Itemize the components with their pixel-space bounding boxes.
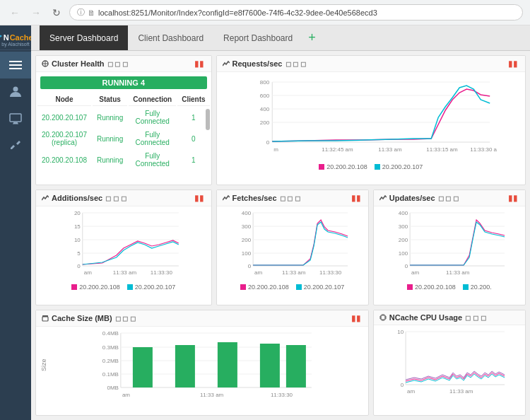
additions-pause-button[interactable]: ▮▮ — [193, 193, 206, 203]
cluster-health-header: Cluster Health ◻ ◻ ◻ ▮▮ — [36, 56, 211, 72]
reload-button[interactable]: ↻ — [49, 6, 64, 20]
tab-server-dashboard[interactable]: Server Dashboard — [40, 25, 128, 50]
requests-header: Requests/sec ◻ ◻ ◻ ▮▮ — [217, 56, 525, 72]
cache-size-resize-icons: ◻ ◻ ◻ — [115, 315, 136, 322]
svg-text:800: 800 — [259, 79, 269, 86]
cluster-scrollbar[interactable] — [206, 109, 210, 130]
sidebar: 🐦 NCache® by Alachisoft — [0, 25, 31, 420]
cluster-panel-controls: ▮▮ — [193, 59, 206, 69]
col-connection: Connection — [129, 93, 176, 106]
cache-size-chart-body: Size 0.4MB 0.3MB 0.2MB 0.1MB 0MB am — [36, 327, 368, 403]
svg-text:am: am — [407, 388, 415, 395]
sidebar-item-tools[interactable] — [0, 132, 31, 159]
svg-point-3 — [13, 87, 18, 92]
fetches-legend: 20.200.20.108 20.200.20.107 — [221, 284, 364, 291]
requests-chart-body: 800 600 400 200 0 m 11:32:45 am 11:33 am… — [217, 72, 525, 173]
additions-legend: 20.200.20.108 20.200.20.107 — [40, 284, 207, 291]
svg-text:200: 200 — [259, 119, 269, 126]
cluster-table-scroll[interactable]: Node Status Connection Clients 20.200.20… — [36, 89, 211, 167]
svg-rect-2 — [9, 68, 22, 69]
additions-icon — [42, 194, 49, 202]
fetches-chart-body: 400 300 200 100 0 am 11:33 am 11:33:30 — [217, 206, 368, 293]
url-bar: ⓘ 🗎 localhost:8251/Monitor/Index?configI… — [69, 4, 523, 21]
cluster-pause-button[interactable]: ▮▮ — [193, 59, 206, 69]
requests-title: Requests/sec ◻ ◻ ◻ — [223, 59, 504, 68]
cluster-cell-status: Running — [93, 150, 127, 167]
additions-title: Additions/sec ◻ ◻ ◻ — [42, 194, 190, 202]
fetches-pause-button[interactable]: ▮▮ — [350, 193, 363, 203]
fetches-legend-107-dot — [296, 284, 302, 290]
fetches-header: Fetches/sec ◻ ◻ ◻ ▮▮ — [217, 190, 368, 206]
sidebar-item-users[interactable] — [0, 78, 31, 105]
logo-subtitle: by Alachisoft — [1, 42, 29, 47]
updates-icon — [379, 194, 387, 202]
tab-client-dashboard[interactable]: Client Dashboard — [128, 25, 213, 50]
forward-button[interactable]: → — [28, 6, 44, 20]
sidebar-item-hamburger[interactable] — [0, 52, 31, 78]
cluster-cell-node: 20.200.20.107 (replica) — [37, 129, 91, 148]
requests-legend-108: 20.200.20.108 — [319, 163, 367, 170]
svg-text:11:33 am: 11:33 am — [200, 392, 224, 398]
svg-text:am: am — [411, 269, 419, 276]
svg-text:11:33 am: 11:33 am — [446, 269, 470, 276]
cache-size-title: Cache Size (MB) ◻ ◻ ◻ — [42, 314, 347, 322]
additions-panel: Additions/sec ◻ ◻ ◻ ▮▮ 20 15 — [35, 189, 212, 305]
svg-rect-68 — [42, 315, 48, 317]
additions-resize-icons: ◻ ◻ ◻ — [105, 194, 126, 202]
ncache-cpu-chart-body: 10 0 am 11:33 am — [374, 325, 525, 404]
browser-chrome: ← → ↻ ⓘ 🗎 localhost:8251/Monitor/Index?c… — [0, 0, 530, 25]
main-content: Server Dashboard Client Dashboard Report… — [31, 25, 530, 420]
ncache-cpu-panel: NCache CPU Usage ◻ ◻ ◻ 10 0 am 11:33 am — [373, 310, 526, 416]
fetches-panel: Fetches/sec ◻ ◻ ◻ ▮▮ 400 300 — [216, 189, 369, 305]
cluster-cell-connection: Fully Connected — [129, 150, 176, 167]
svg-text:am: am — [84, 269, 92, 276]
svg-text:11:32:45 am: 11:32:45 am — [322, 146, 353, 153]
svg-rect-0 — [9, 61, 22, 62]
cluster-cell-connection: Fully Connected — [129, 107, 176, 127]
cpu-icon — [379, 314, 387, 321]
additions-chart-body: 20 15 10 5 0 am 11:33 am 11:33:30 — [36, 206, 211, 293]
logo-bird-icon: 🐦 — [0, 33, 3, 42]
svg-text:100: 100 — [399, 250, 408, 257]
cluster-icon — [42, 60, 49, 67]
svg-text:200: 200 — [241, 237, 251, 243]
logo-cache-text: Cache — [10, 33, 33, 42]
additions-legend-107: 20.200.20.107 — [127, 284, 176, 291]
top-nav: Server Dashboard Client Dashboard Report… — [31, 25, 530, 51]
svg-text:400: 400 — [259, 106, 269, 112]
svg-rect-85 — [218, 342, 237, 387]
cluster-cell-clients: 1 — [177, 150, 209, 167]
updates-pause-button[interactable]: ▮▮ — [507, 193, 519, 203]
sidebar-item-monitor[interactable] — [0, 105, 31, 132]
updates-resize-icons: ◻ ◻ ◻ — [438, 194, 459, 202]
additions-chart: 20 15 10 5 0 am 11:33 am 11:33:30 — [40, 209, 207, 280]
back-button[interactable]: ← — [7, 6, 23, 20]
updates-legend-107: 20.200. — [463, 284, 492, 291]
svg-text:400: 400 — [241, 210, 251, 216]
cluster-cell-connection: Fully Connected — [129, 129, 176, 148]
cluster-cell-node: 20.200.20.107 — [37, 107, 91, 127]
svg-text:15: 15 — [74, 223, 81, 230]
updates-chart-body: 400 300 200 100 0 am 11:33 am — [374, 206, 525, 293]
svg-text:0: 0 — [404, 263, 408, 269]
svg-rect-67 — [42, 317, 48, 321]
fetches-icon — [223, 194, 230, 202]
ncache-cpu-title: NCache CPU Usage ◻ ◻ ◻ — [379, 313, 519, 322]
cache-size-pause-button[interactable]: ▮▮ — [350, 313, 363, 323]
updates-legend-108: 20.200.20.108 — [407, 284, 456, 291]
tab-report-dashboard[interactable]: Report Dashboard — [213, 25, 302, 50]
add-dashboard-button[interactable]: + — [302, 25, 322, 50]
svg-text:0.1MB: 0.1MB — [102, 371, 119, 378]
fetches-legend-108-dot — [240, 284, 246, 290]
fetches-legend-108: 20.200.20.108 — [240, 284, 289, 291]
updates-chart: 400 300 200 100 0 am 11:33 am — [378, 209, 521, 280]
svg-text:0MB: 0MB — [107, 385, 118, 391]
svg-text:11:33:15 am: 11:33:15 am — [426, 146, 458, 153]
svg-text:11:33:30: 11:33:30 — [319, 269, 342, 276]
svg-rect-83 — [133, 347, 153, 387]
svg-text:0.2MB: 0.2MB — [102, 358, 119, 364]
updates-legend: 20.200.20.108 20.200. — [378, 284, 521, 291]
requests-pause-button[interactable]: ▮▮ — [507, 59, 519, 69]
cluster-table-row: 20.200.20.107RunningFully Connected1 — [37, 107, 210, 127]
ncache-cpu-resize-icons: ◻ ◻ ◻ — [465, 314, 486, 322]
